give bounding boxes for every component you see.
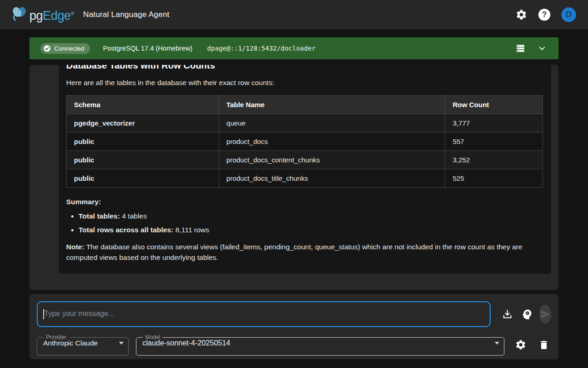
send-icon — [540, 309, 550, 319]
table-row: pgedge_vectorizer queue 3,777 — [67, 114, 543, 132]
message-intro: Here are all the tables in the database … — [66, 79, 543, 87]
help-button[interactable]: ? — [538, 9, 550, 21]
send-button[interactable] — [539, 305, 551, 324]
provider-select[interactable]: Provider Anthropic Claude — [37, 334, 129, 356]
download-icon — [502, 309, 513, 320]
cell-row-count: 525 — [445, 169, 543, 188]
connection-status-bar: Connected PostgreSQL 17.4 (Homebrew) dpa… — [29, 37, 559, 59]
help-icon: ? — [538, 9, 550, 21]
gear-icon — [515, 9, 527, 21]
app-header: pgEdge® Natural Language Agent ? D — [0, 0, 588, 29]
header-actions: ? D — [515, 7, 576, 22]
avatar-letter: D — [566, 10, 571, 19]
chevron-down-icon — [537, 44, 547, 53]
check-circle-icon — [43, 45, 51, 52]
column-header-table-name: Table Name — [219, 96, 445, 114]
cell-table-name: product_docs_content_chunks — [219, 151, 445, 169]
assistant-message: Database Tables with Row Counts Here are… — [59, 65, 551, 274]
composer-input-row — [37, 301, 551, 327]
cell-table-name: product_docs_title_chunks — [219, 169, 445, 188]
connection-string: dpage@::1/128:5432/docloader — [207, 45, 316, 52]
trash-icon — [538, 339, 549, 351]
pgedge-logo: pgEdge® — [10, 5, 74, 25]
model-settings-button[interactable] — [515, 339, 526, 351]
summary-list: Total tables: 4 tables Total rows across… — [66, 212, 543, 234]
table-row: public product_docs 557 — [67, 132, 543, 151]
note-paragraph: Note: The database also contains several… — [66, 242, 543, 263]
table-header-row: Schema Table Name Row Count — [67, 96, 543, 114]
cell-row-count: 3,777 — [445, 114, 543, 132]
model-value: claude-sonnet-4-20250514 — [142, 339, 230, 347]
collapse-connection-button[interactable] — [537, 44, 547, 53]
cell-table-name: product_docs — [219, 132, 445, 151]
cell-row-count: 557 — [445, 132, 543, 151]
model-select[interactable]: Model claude-sonnet-4-20250514 — [136, 334, 504, 356]
composer-settings-row: Provider Anthropic Claude Model claude-s… — [37, 334, 551, 356]
dropdown-arrow-icon — [119, 342, 124, 345]
cell-table-name: queue — [219, 114, 445, 132]
table-row: public product_docs_content_chunks 3,252 — [67, 151, 543, 169]
connection-status-badge: Connected — [40, 43, 90, 54]
connection-bar-actions — [515, 43, 547, 53]
logo-wordmark: pgEdge® — [29, 5, 74, 25]
server-list-button[interactable] — [515, 43, 526, 53]
server-version-text: PostgreSQL 17.4 (Homebrew) — [103, 45, 192, 52]
ai-reasoning-button[interactable] — [521, 308, 533, 321]
app-window: pgEdge® Natural Language Agent ? D Conne… — [0, 0, 588, 368]
user-avatar[interactable]: D — [561, 7, 576, 22]
connection-status-text: Connected — [54, 45, 84, 52]
cell-schema: public — [67, 169, 219, 188]
page-title: Natural Language Agent — [83, 10, 170, 19]
table-row: public product_docs_title_chunks 525 — [67, 169, 543, 188]
list-item: Total rows across all tables: 8,111 rows — [79, 226, 543, 234]
settings-button[interactable] — [515, 9, 527, 21]
download-chat-button[interactable] — [502, 309, 513, 320]
cell-schema: pgedge_vectorizer — [67, 114, 219, 132]
gear-icon — [515, 339, 526, 351]
cell-row-count: 3,252 — [445, 151, 543, 169]
composer-panel: Provider Anthropic Claude Model claude-s… — [29, 294, 559, 359]
text-caret — [43, 309, 44, 319]
message-input[interactable] — [37, 301, 491, 327]
cell-schema: public — [67, 132, 219, 151]
list-item: Total tables: 4 tables — [79, 212, 543, 220]
column-header-schema: Schema — [67, 96, 219, 114]
summary-label: Summary: — [66, 198, 543, 206]
chat-history-panel[interactable]: Database Tables with Row Counts Here are… — [29, 65, 559, 290]
clear-chat-button[interactable] — [538, 339, 549, 351]
provider-value: Anthropic Claude — [43, 339, 98, 347]
pgedge-heart-icon — [10, 5, 28, 23]
message-heading: Database Tables with Row Counts — [66, 65, 543, 71]
message-input-wrap — [37, 301, 491, 327]
cell-schema: public — [67, 151, 219, 169]
column-header-row-count: Row Count — [445, 96, 543, 114]
psychology-icon — [521, 308, 533, 321]
dropdown-arrow-icon — [495, 342, 499, 345]
server-list-icon — [515, 43, 526, 53]
tables-row-count-table: Schema Table Name Row Count pgedge_vecto… — [66, 95, 543, 188]
